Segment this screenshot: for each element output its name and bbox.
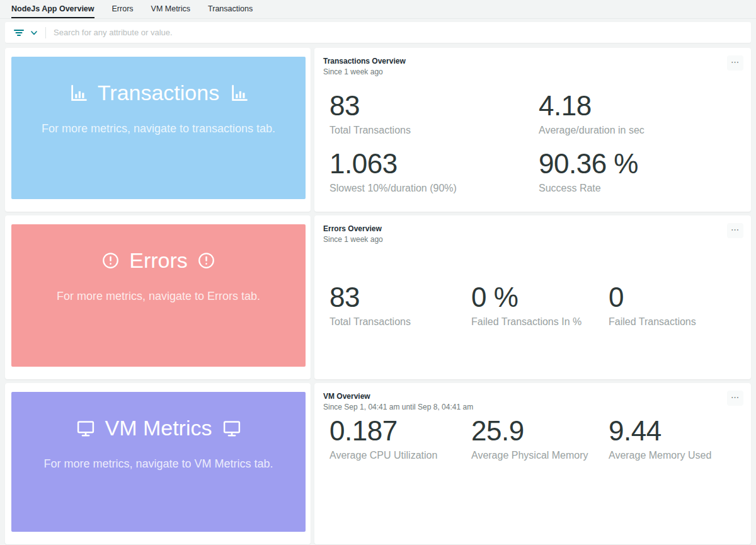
card-subtitle: Since Sep 1, 04:41 am until Sep 8, 04:41… xyxy=(323,403,742,411)
metric-value: 1.063 xyxy=(329,149,539,178)
tab-errors[interactable]: Errors xyxy=(112,4,134,18)
card-subtitle: Since 1 week ago xyxy=(323,67,742,76)
search-divider xyxy=(45,27,46,38)
promo-message: For more metrics, navigate to transactio… xyxy=(11,122,306,135)
search-input[interactable] xyxy=(52,27,745,38)
errors-promo-card: Errors For more metrics, navigate to Err… xyxy=(11,224,306,367)
transactions-promo-card: Transactions For more metrics, navigate … xyxy=(11,57,306,199)
metric: 0.187 Average CPU Utilization xyxy=(329,416,471,461)
promo-title: Transactions xyxy=(11,57,306,105)
row-errors: Errors For more metrics, navigate to Err… xyxy=(5,215,751,379)
metric: 0 Failed Transactions xyxy=(609,283,742,328)
metric: 0 % Failed Transactions In % xyxy=(471,283,609,328)
errors-promo-panel: Errors For more metrics, navigate to Err… xyxy=(5,215,311,379)
metric-label: Failed Transactions In % xyxy=(471,316,609,328)
promo-message: For more metrics, navigate to Errors tab… xyxy=(11,290,306,303)
transactions-promo-panel: Transactions For more metrics, navigate … xyxy=(5,48,311,212)
metrics-grid: 83 Total Transactions 4.18 Average/durat… xyxy=(323,91,742,194)
metrics-grid: 83 Total Transactions 0 % Failed Transac… xyxy=(323,283,742,328)
error-circle-icon xyxy=(102,252,119,269)
metric: 83 Total Transactions xyxy=(329,283,471,328)
bar-chart-icon xyxy=(69,84,88,103)
metric-value: 0 xyxy=(609,283,742,312)
monitor-icon xyxy=(76,419,95,438)
card-menu-button[interactable]: ⋯ xyxy=(727,55,743,71)
card-title: Transactions Overview xyxy=(323,57,742,66)
card-menu-button[interactable]: ⋯ xyxy=(727,391,743,406)
metric-label: Success Rate xyxy=(539,183,742,194)
metric: 83 Total Transactions xyxy=(329,91,539,136)
metric-label: Total Transactions xyxy=(329,125,539,136)
monitor-icon xyxy=(222,419,241,438)
metric-label: Average Physical Memory xyxy=(471,450,609,461)
vm-promo-card: VM Metrics For more metrics, navigate to… xyxy=(11,392,306,532)
filter-icon[interactable] xyxy=(11,25,26,40)
row-vm-metrics: VM Metrics For more metrics, navigate to… xyxy=(5,383,751,544)
metric: 4.18 Average/duration in sec xyxy=(539,91,742,136)
metric-value: 9.44 xyxy=(609,416,742,445)
metric-label: Average Memory Used xyxy=(609,450,742,461)
metric: 25.9 Average Physical Memory xyxy=(471,416,609,461)
metric-value: 90.36 % xyxy=(539,149,742,178)
metric-label: Slowest 10%/duration (90%) xyxy=(329,183,539,194)
metric-value: 83 xyxy=(329,91,539,120)
metric: 9.44 Average Memory Used xyxy=(609,416,742,461)
errors-overview-card: Errors Overview Since 1 week ago ⋯ 83 To… xyxy=(314,215,751,379)
promo-title-text: Transactions xyxy=(98,81,219,105)
promo-title: VM Metrics xyxy=(11,392,306,440)
chevron-down-icon[interactable] xyxy=(28,25,40,40)
promo-title: Errors xyxy=(11,224,306,273)
transactions-overview-card: Transactions Overview Since 1 week ago ⋯… xyxy=(314,48,751,212)
tab-vm-metrics[interactable]: VM Metrics xyxy=(151,4,191,18)
metric-label: Total Transactions xyxy=(329,316,471,328)
tab-bar: NodeJs App Overview Errors VM Metrics Tr… xyxy=(0,0,756,19)
metric-value: 4.18 xyxy=(539,91,742,120)
card-title: Errors Overview xyxy=(323,224,742,233)
promo-message: For more metrics, navigate to VM Metrics… xyxy=(11,457,306,471)
vm-promo-panel: VM Metrics For more metrics, navigate to… xyxy=(5,383,311,544)
vm-overview-card: VM Overview Since Sep 1, 04:41 am until … xyxy=(314,383,751,544)
search-bar xyxy=(5,22,751,43)
card-menu-button[interactable]: ⋯ xyxy=(727,223,743,238)
tab-nodejs-app-overview[interactable]: NodeJs App Overview xyxy=(11,4,94,18)
metric-value: 0.187 xyxy=(329,416,471,445)
card-subtitle: Since 1 week ago xyxy=(323,235,742,244)
tab-transactions[interactable]: Transactions xyxy=(208,4,253,18)
row-transactions: Transactions For more metrics, navigate … xyxy=(5,48,751,212)
card-title: VM Overview xyxy=(323,392,742,401)
metrics-grid: 0.187 Average CPU Utilization 25.9 Avera… xyxy=(323,416,742,461)
metric: 90.36 % Success Rate xyxy=(539,149,742,194)
metric-value: 83 xyxy=(329,283,471,312)
metric-value: 0 % xyxy=(471,283,609,312)
promo-title-text: VM Metrics xyxy=(105,416,212,440)
metric-value: 25.9 xyxy=(471,416,609,445)
metric-label: Average CPU Utilization xyxy=(329,450,471,461)
metric: 1.063 Slowest 10%/duration (90%) xyxy=(329,149,539,194)
metric-label: Failed Transactions xyxy=(609,316,742,328)
promo-title-text: Errors xyxy=(129,248,188,273)
error-circle-icon xyxy=(198,252,215,269)
metric-label: Average/duration in sec xyxy=(539,125,742,136)
bar-chart-icon xyxy=(229,84,248,103)
